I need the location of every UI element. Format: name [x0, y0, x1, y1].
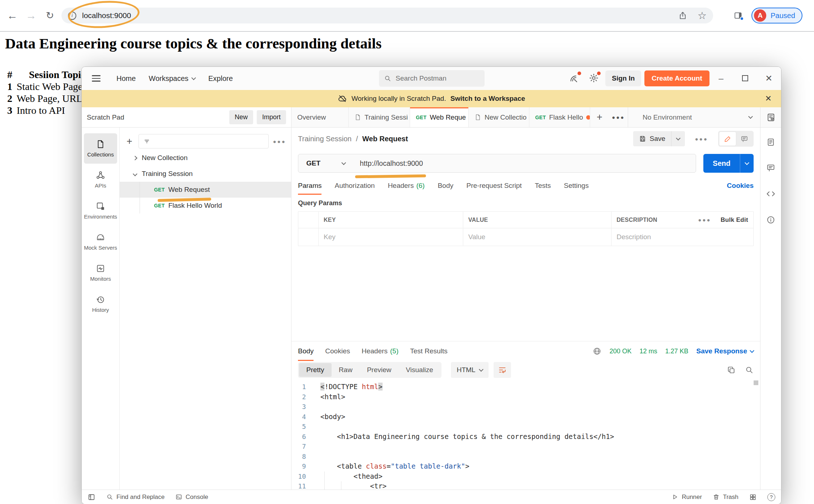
tree-item-new-collection[interactable]: New Collection [120, 150, 291, 166]
hamburger-menu-icon[interactable] [92, 73, 101, 83]
documentation-icon[interactable] [766, 138, 775, 147]
address-bar[interactable]: i localhost:9000 ☆ [61, 8, 713, 23]
network-globe-icon[interactable] [593, 347, 601, 356]
tab-options-icon[interactable]: ●●● [609, 107, 628, 127]
response-body-code[interactable]: 1<!DOCTYPE html>2<html>3 4<body>5 6 <h1>… [291, 379, 760, 490]
send-options-chevron[interactable] [740, 154, 754, 173]
rail-item-history[interactable]: History [84, 289, 117, 319]
tab-tests[interactable]: Tests [535, 177, 551, 195]
maximize-icon[interactable] [738, 73, 752, 83]
nav-workspaces[interactable]: Workspaces [149, 74, 195, 83]
value-input[interactable]: Value [463, 228, 611, 246]
cookies-link[interactable]: Cookies [727, 182, 754, 190]
wrap-line-icon[interactable] [494, 362, 511, 378]
nav-home[interactable]: Home [116, 74, 136, 83]
view-pretty[interactable]: Pretty [299, 363, 332, 377]
new-tab-icon[interactable]: + [590, 107, 609, 127]
environment-selector[interactable]: No Environment [628, 107, 760, 127]
view-visualize[interactable]: Visualize [399, 363, 440, 377]
switch-workspace-link[interactable]: Switch to a Workspace [450, 95, 525, 103]
method-select[interactable]: GET [298, 159, 353, 167]
view-preview[interactable]: Preview [360, 363, 399, 377]
tree-more-icon[interactable]: ●●● [273, 138, 286, 145]
tab-headers[interactable]: Headers(5) [362, 341, 399, 361]
search-response-icon[interactable] [745, 366, 754, 374]
view-raw[interactable]: Raw [332, 363, 360, 377]
tab-pre-request-script[interactable]: Pre-request Script [466, 177, 522, 195]
tree-item-web-request[interactable]: GET Web Request [120, 182, 291, 198]
console-button[interactable]: Console [175, 494, 208, 501]
banner-close-icon[interactable]: ✕ [765, 94, 772, 103]
send-button[interactable]: Send [703, 154, 740, 173]
minimize-icon[interactable]: – [714, 73, 728, 83]
rail-item-apis[interactable]: APIs [84, 164, 117, 195]
breadcrumb-parent[interactable]: Training Session [298, 135, 351, 143]
search-input[interactable]: Search Postman [379, 70, 485, 87]
runner-button[interactable]: Runner [672, 494, 702, 501]
save-button[interactable]: Save [633, 131, 671, 146]
tab-new-collection[interactable]: New Collectio [469, 107, 529, 127]
comments-icon[interactable] [766, 163, 775, 172]
tab-flask-hello[interactable]: GET Flask Hello [529, 107, 590, 127]
tab-cookies[interactable]: Cookies [325, 341, 350, 361]
url-input[interactable]: http://localhost:9000 [353, 159, 423, 168]
browser-menu-icon[interactable]: ⋮ [810, 10, 814, 21]
description-input[interactable]: Description [611, 228, 753, 246]
tab-authorization[interactable]: Authorization [334, 177, 375, 195]
filter-input[interactable] [138, 134, 269, 148]
forward-icon[interactable]: → [22, 9, 41, 22]
rail-item-collections[interactable]: Collections [84, 133, 117, 164]
rail-item-mock-servers[interactable]: Mock Servers [84, 227, 117, 257]
add-collection-icon[interactable]: + [125, 136, 134, 147]
find-and-replace-button[interactable]: Find and Replace [106, 494, 165, 501]
tab-headers[interactable]: Headers(6) [388, 177, 425, 195]
two-pane-icon[interactable] [749, 494, 757, 501]
status-badge[interactable]: 200 OK [609, 348, 631, 355]
sign-in-button[interactable]: Sign In [605, 70, 641, 86]
tab-body[interactable]: Body [438, 177, 453, 195]
tab-settings[interactable]: Settings [564, 177, 589, 195]
settings-gear-icon[interactable] [589, 73, 599, 83]
side-panel-icon[interactable] [733, 11, 743, 20]
code-snippet-icon[interactable] [766, 189, 776, 199]
request-more-icon[interactable]: ●●● [695, 136, 708, 142]
tab-web-request[interactable]: GET Web Reque [410, 107, 469, 127]
satellite-icon[interactable] [569, 73, 579, 83]
help-icon[interactable]: ? [767, 493, 775, 501]
import-button[interactable]: Import [257, 110, 286, 124]
tree-item-training-session[interactable]: Training Session [120, 166, 291, 182]
sidebar-toggle-icon[interactable] [88, 493, 95, 501]
params-more-icon[interactable]: ●●● [698, 217, 711, 223]
tab-params[interactable]: Params [298, 177, 321, 195]
share-icon[interactable] [678, 11, 687, 20]
tab-overview[interactable]: Overview [291, 107, 349, 127]
save-response-button[interactable]: Save Response [696, 347, 754, 355]
tab-training-session[interactable]: Training Sessi [349, 107, 410, 127]
reload-icon[interactable]: ↻ [41, 10, 59, 21]
copy-icon[interactable] [727, 366, 736, 374]
create-account-button[interactable]: Create Account [644, 70, 709, 86]
close-icon[interactable]: ✕ [762, 73, 776, 83]
tab-test-results[interactable]: Test Results [410, 341, 447, 361]
comment-icon[interactable] [736, 132, 753, 146]
bookmark-star-icon[interactable]: ☆ [698, 10, 707, 22]
nav-explore[interactable]: Explore [208, 74, 233, 83]
rail-item-environments[interactable]: Environments [84, 195, 117, 226]
save-options-chevron[interactable] [671, 131, 685, 146]
environment-quick-look-icon[interactable] [760, 107, 781, 127]
response-time[interactable]: 12 ms [639, 348, 657, 355]
scrollbar-thumb[interactable] [754, 380, 758, 385]
profile-paused-badge[interactable]: A Paused [751, 8, 802, 23]
rail-item-monitors[interactable]: Monitors [84, 258, 117, 288]
new-button[interactable]: New [229, 110, 253, 124]
trash-button[interactable]: Trash [713, 494, 738, 501]
back-icon[interactable]: ← [3, 9, 22, 22]
notification-dot [740, 17, 744, 21]
response-size[interactable]: 1.27 KB [665, 348, 688, 355]
format-select[interactable]: HTML [451, 362, 489, 378]
info-icon[interactable] [766, 215, 775, 224]
key-input[interactable]: Key [319, 228, 463, 246]
bulk-edit-button[interactable]: Bulk Edit [721, 216, 748, 224]
tab-body[interactable]: Body [298, 341, 314, 361]
edit-pencil-icon[interactable] [719, 132, 736, 146]
